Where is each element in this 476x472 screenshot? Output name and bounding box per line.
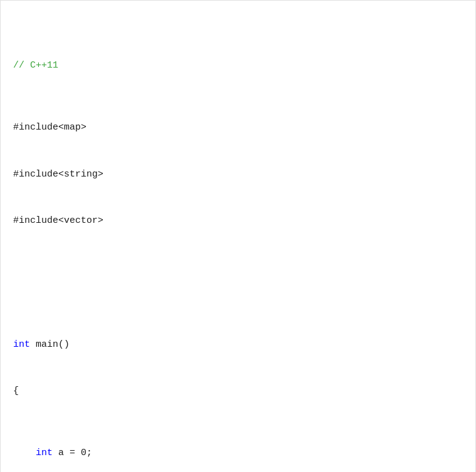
code-line-4: #include<vector>	[13, 213, 459, 229]
code-line-5	[13, 275, 459, 291]
code-line-7: {	[13, 384, 459, 399]
code-block: // C++11 #include<map> #include<string> …	[1, 7, 469, 472]
code-line-1: // C++11	[13, 58, 459, 74]
code-container: // C++11 #include<map> #include<string> …	[0, 0, 476, 472]
code-line-6: int main()	[13, 337, 459, 353]
code-line-3: #include<string>	[13, 167, 459, 183]
code-line-2: #include<map>	[13, 120, 459, 136]
code-line-8: int a = 0;	[13, 446, 459, 461]
